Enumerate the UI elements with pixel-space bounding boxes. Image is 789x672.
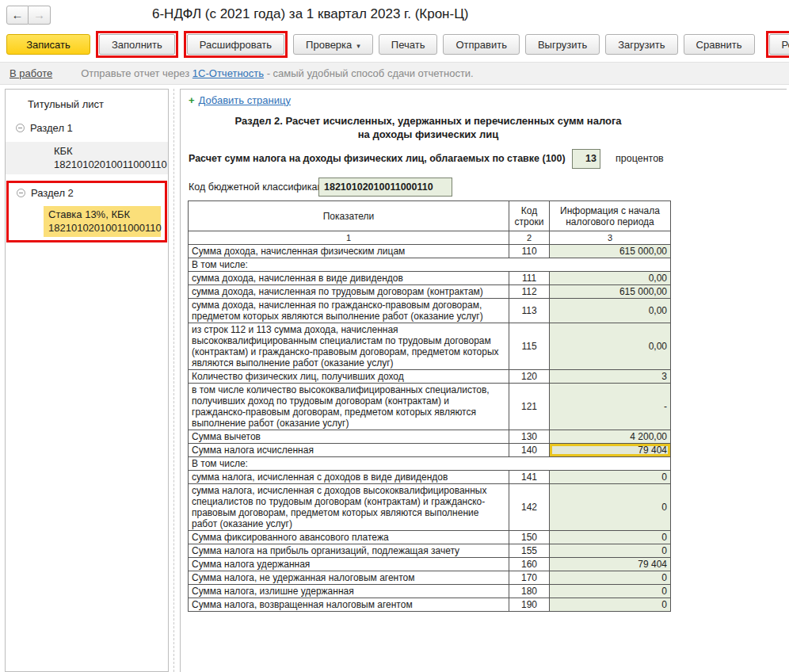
table-row: Сумма налога, возвращенная налоговым аге… <box>189 598 671 612</box>
value-cell[interactable]: 615 000,00 <box>550 285 671 299</box>
col-header-indicators: Показатели <box>189 201 509 231</box>
collapse-icon[interactable] <box>17 189 25 197</box>
chevron-down-icon: ▾ <box>356 42 360 50</box>
indicator-label: Сумма налога удержанная <box>189 558 509 571</box>
save-button[interactable]: Записать <box>6 34 90 55</box>
table-row: сумма дохода, начисленная по трудовым до… <box>189 285 671 299</box>
export-button[interactable]: Выгрузить <box>525 34 600 55</box>
table-header-row: Показатели Код строки Информация с начал… <box>189 201 671 231</box>
indicator-label: Сумма дохода, начисленная физическим лиц… <box>189 245 509 258</box>
collapse-icon[interactable] <box>16 124 25 132</box>
table-row: сумма налога, исчисленная с доходов высо… <box>189 484 671 531</box>
value-cell[interactable]: 79 404 <box>550 558 671 571</box>
col-header-info: Информация с начала налогового периода <box>550 201 671 231</box>
row-code: 170 <box>509 571 550 585</box>
row-code: 140 <box>509 444 550 457</box>
plus-icon: + <box>189 94 195 106</box>
row-code: 160 <box>509 558 550 571</box>
row-code: 112 <box>509 285 550 299</box>
sidebar-item-section2[interactable]: Раздел 2 <box>9 185 165 201</box>
row-code: 130 <box>509 430 550 444</box>
annotation-box-fill: Заполнить <box>96 31 178 58</box>
back-arrow-icon[interactable]: ← <box>6 6 29 25</box>
import-button[interactable]: Загрузить <box>605 34 677 55</box>
value-cell[interactable]: 0 <box>550 471 671 484</box>
row-code: 115 <box>509 323 550 370</box>
fill-button[interactable]: Заполнить <box>99 34 175 55</box>
indicator-label: Сумма налога, излишне удержанная <box>189 585 509 598</box>
decode-button[interactable]: Расшифровать <box>187 34 284 55</box>
forward-arrow-icon[interactable]: → <box>29 6 51 25</box>
annotation-box-registry: Реестр <box>766 31 789 58</box>
indicator-label: сумма дохода, начисленная по гражданско-… <box>189 299 509 323</box>
rate-input[interactable]: 13 <box>572 149 600 169</box>
indicator-label: в том числе количество высококвалифициро… <box>189 384 509 430</box>
col-header-code: Код строки <box>509 201 550 231</box>
report-state-link[interactable]: В работе <box>10 67 52 79</box>
sidebar-item-section1[interactable]: Раздел 1 <box>6 120 168 136</box>
value-cell[interactable]: 0 <box>550 484 671 531</box>
indicator-label: из строк 112 и 113 сумма дохода, начисле… <box>189 323 509 370</box>
group-label: В том числе: <box>189 457 671 471</box>
status-bar: В работе Отправьте отчет через 1С-Отчетн… <box>0 62 789 85</box>
row-code: 121 <box>509 384 550 430</box>
group-label: В том числе: <box>189 258 671 272</box>
section2-table: Показатели Код строки Информация с начал… <box>188 200 671 612</box>
value-cell[interactable]: 0 <box>550 571 671 585</box>
table-row: Сумма дохода, начисленная физическим лиц… <box>189 245 671 258</box>
section-title: Раздел 2. Расчет исчисленных, удержанных… <box>188 114 669 141</box>
compare-button[interactable]: Сравнить <box>684 34 755 55</box>
row-code: 150 <box>509 531 550 544</box>
splitter[interactable] <box>173 89 174 672</box>
value-cell[interactable]: 0 <box>550 544 671 558</box>
value-cell[interactable]: 615 000,00 <box>550 245 671 258</box>
indicator-label: сумма налога, исчисленная с доходов в ви… <box>189 471 509 484</box>
table-row: сумма налога, исчисленная с доходов в ви… <box>189 471 671 484</box>
table-row: Сумма налога, не удержанная налоговым аг… <box>189 571 671 585</box>
value-cell-focused[interactable]: 79 404 <box>550 444 671 457</box>
table-row: Сумма фиксированного авансового платежа1… <box>189 531 671 544</box>
table-row: Количество физических лиц, получивших до… <box>189 370 671 384</box>
indicator-label: Количество физических лиц, получивших до… <box>189 370 509 384</box>
value-cell[interactable]: 0 <box>550 598 671 612</box>
value-cell[interactable]: - <box>550 384 671 430</box>
1c-reporting-link[interactable]: 1С-Отчетность <box>192 67 264 79</box>
print-button[interactable]: Печать <box>379 34 438 55</box>
table-row: Сумма налога исчисленная14079 404 <box>189 444 671 457</box>
table-number-row: 1 2 3 <box>189 231 671 245</box>
row-code: 190 <box>509 598 550 612</box>
value-cell[interactable]: 4 200,00 <box>550 430 671 444</box>
table-row: Сумма налога удержанная16079 404 <box>189 558 671 571</box>
sidebar-item-kbk[interactable]: КБК 18210102010011000110 <box>6 142 168 174</box>
rate-suffix: процентов <box>616 153 664 164</box>
value-cell[interactable]: 3 <box>550 370 671 384</box>
value-cell[interactable]: 0,00 <box>550 299 671 323</box>
table-row: сумма дохода, начисленная в виде дивиден… <box>189 272 671 285</box>
table-row: в том числе количество высококвалифициро… <box>189 384 671 430</box>
indicator-label: Сумма налога, не удержанная налоговым аг… <box>189 571 509 585</box>
indicator-label: Сумма вычетов <box>189 430 509 444</box>
indicator-label: Сумма налога исчисленная <box>189 444 509 457</box>
kbk-input[interactable]: 18210102010011000110 <box>318 178 452 197</box>
value-cell[interactable]: 0,00 <box>550 272 671 285</box>
value-cell[interactable]: 0,00 <box>550 323 671 370</box>
check-dropdown-button[interactable]: Проверка▾ <box>293 34 373 55</box>
rate-label: Расчет сумм налога на доходы физических … <box>189 153 566 164</box>
sidebar-item-title-page[interactable]: Титульный лист <box>6 96 168 113</box>
history-nav: ← → <box>6 6 51 25</box>
value-cell[interactable]: 0 <box>550 585 671 598</box>
table-row: В том числе: <box>189 457 671 471</box>
add-page-link[interactable]: +Добавить страницу <box>189 94 291 106</box>
sidebar-item-rate13-kbk[interactable]: Ставка 13%, КБК 18210102010011000110 <box>44 206 161 237</box>
row-code: 120 <box>509 370 550 384</box>
report-form: +Добавить страницу Раздел 2. Расчет исчи… <box>180 89 787 672</box>
table-row: Сумма налога на прибыль организаций, под… <box>189 544 671 558</box>
registry-button[interactable]: Реестр <box>769 34 789 55</box>
indicator-label: Сумма налога, возвращенная налоговым аге… <box>189 598 509 612</box>
toolbar: Записать Заполнить Расшифровать Проверка… <box>6 30 786 59</box>
value-cell[interactable]: 0 <box>550 531 671 544</box>
annotation-box-section2: Раздел 2 Ставка 13%, КБК 182101020100110… <box>6 181 167 242</box>
row-code: 111 <box>509 272 550 285</box>
send-button[interactable]: Отправить <box>443 34 519 55</box>
indicator-label: Сумма налога на прибыль организаций, под… <box>189 544 509 558</box>
